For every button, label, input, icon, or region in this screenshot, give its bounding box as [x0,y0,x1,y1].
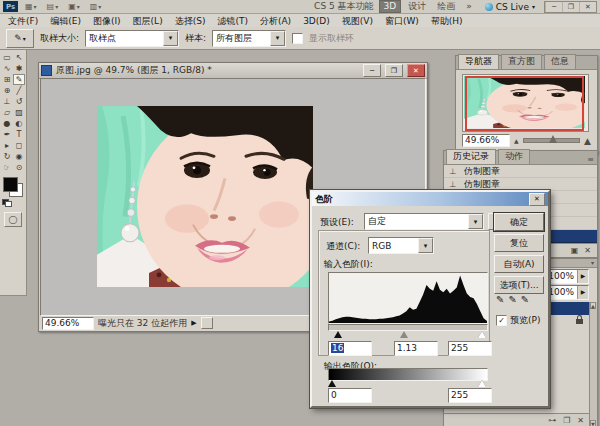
ok-button[interactable]: 确定 [494,213,544,231]
output-black-slider[interactable] [328,380,336,387]
input-black-field[interactable]: 16 [328,341,372,356]
healing-brush-tool[interactable]: ⊕ [1,85,13,96]
navigator-tab[interactable]: 直方图 [501,54,542,69]
actions-tab[interactable]: 动作 [498,149,530,164]
doc-close-button[interactable]: ✕ [407,64,425,77]
slider-thumb-icon[interactable] [549,135,557,143]
history-brush-tool[interactable]: ↺ [13,96,25,107]
sample-select[interactable]: 所有图层 ▾ [212,30,286,47]
crop-tool[interactable]: ⊞ [1,74,13,85]
opacity-field[interactable]: 100% ▶ [544,269,589,284]
scroll-down-icon[interactable]: ▼ [590,420,596,426]
status-options-button[interactable] [201,317,213,329]
spinner-arrow-icon[interactable]: ▶ [577,270,588,283]
doc-minimize-button[interactable]: ─ [363,64,381,77]
workspace-button[interactable]: 3D [379,0,402,13]
menu-item[interactable]: 视图(V) [336,15,379,27]
history-tab[interactable]: 历史记录 [446,149,496,164]
layers-footer-icon[interactable]: ⊶ [548,416,556,425]
cs-live-button[interactable]: CS Live ▾ [481,2,539,12]
preview-checkbox[interactable]: ✓ [496,315,507,326]
navigator-tab[interactable]: 导航器 [458,54,499,69]
shape-tool[interactable]: ◻ [13,140,25,151]
menu-item[interactable]: 分析(A) [254,15,297,27]
trash-icon[interactable]: ✕ [584,246,591,255]
output-black-field[interactable]: 0 [328,388,372,403]
navigator-view-proxy[interactable] [465,76,584,131]
window-control-button[interactable]: ─ [545,2,562,12]
3d-rotate-tool[interactable]: ↻ [1,151,13,162]
gradient-tool[interactable]: ▨ [13,107,25,118]
view-extras-icon[interactable]: ▤▾ [45,2,61,11]
screen-mode-icon[interactable]: ▥▾ [88,2,104,11]
preset-select[interactable]: 自定 ▾ [364,213,484,230]
workspace-button[interactable]: » [462,1,476,12]
launch-bridge-icon[interactable]: ▦▾ [23,2,39,11]
quick-selection-tool[interactable]: ✱ [13,63,25,74]
window-control-button[interactable]: ❐ [562,2,579,12]
white-point-eyedropper-icon[interactable]: ✎ [521,294,529,305]
zoom-in-icon[interactable]: ▲ [584,136,591,146]
input-gamma-field[interactable]: 1.13 [394,341,438,356]
default-colors-icon[interactable] [2,199,11,206]
black-point-eyedropper-icon[interactable]: ✎ [496,294,504,305]
move-tool[interactable]: ↖ [13,52,25,63]
menu-item[interactable]: 图像(I) [87,15,127,27]
rectangular-marquee-tool[interactable]: ▭ [1,52,13,63]
input-black-slider[interactable] [334,331,342,338]
layers-footer-icon[interactable]: ❐ [563,416,570,425]
history-item[interactable]: ⊥ 仿制图章 [444,165,597,178]
spinner-arrow-icon[interactable]: ▶ [577,286,588,299]
input-white-slider[interactable] [478,331,486,338]
output-gradient-bar[interactable] [328,368,488,381]
dialog-title-bar[interactable]: 色阶 ✕ [312,192,548,206]
tool-preset-button[interactable]: ✎ ▾ [6,29,34,48]
panel-menu-icon[interactable]: ▾ [591,259,597,267]
blur-tool[interactable]: ● [1,118,13,129]
doc-maximize-button[interactable]: ❐ [385,64,403,77]
arrange-documents-icon[interactable]: ▣▾ [66,2,82,11]
navigator-tab[interactable]: 信息 [544,54,576,69]
zoom-tool[interactable]: ⊙ [13,162,25,173]
gray-point-eyedropper-icon[interactable]: ✎ [508,294,516,305]
menu-item[interactable]: 图层(L) [127,15,169,27]
auto-button[interactable]: 自动(A) [494,255,544,273]
input-slider-track[interactable] [328,324,488,331]
input-white-field[interactable]: 255 [448,341,492,356]
reset-button[interactable]: 复位 [494,234,544,252]
sample-size-select[interactable]: 取样点 ▾ [85,30,179,47]
window-control-button[interactable]: ✕ [579,2,596,12]
path-selection-tool[interactable]: ▸ [1,140,13,151]
menu-item[interactable]: 选择(S) [169,15,212,27]
dodge-tool[interactable]: ◐ [13,118,25,129]
hand-tool[interactable]: ☞ [1,162,13,173]
navigator-thumbnail[interactable] [462,74,589,132]
menu-item[interactable]: 文件(F) [2,15,44,27]
panel-scrollbar[interactable]: ▲ ▼ [589,302,597,426]
status-zoom-field[interactable]: 49.66% [42,317,94,330]
menu-item[interactable]: 窗口(W) [379,15,425,27]
show-sampling-ring-checkbox[interactable] [292,33,303,44]
menu-item[interactable]: 3D(D) [297,15,336,27]
lasso-tool[interactable]: ∿ [1,63,13,74]
layers-footer-icon[interactable]: ✕ [577,416,584,425]
3d-orbit-tool[interactable]: ◉ [13,151,25,162]
panel-menu-icon[interactable]: ≡ [584,155,597,164]
fill-field[interactable]: 100% ▶ [544,285,589,300]
zoom-out-icon[interactable]: ▲ [514,137,519,144]
channel-select[interactable]: RGB ▾ [368,237,434,254]
type-tool[interactable]: T [13,129,25,140]
status-arrow-icon[interactable]: ▶ [191,319,196,327]
navigator-zoom-field[interactable]: 49.66% [462,134,510,147]
menu-item[interactable]: 编辑(E) [44,15,87,27]
workspace-button[interactable]: 设计 [404,1,430,12]
brush-tool[interactable]: ╱ [13,85,25,96]
screen-mode-button[interactable]: ◯ [4,212,22,227]
pen-tool[interactable]: ✒ [1,129,13,140]
eraser-tool[interactable]: ▱ [1,107,13,118]
menu-item[interactable]: 帮助(H) [425,15,469,27]
foreground-color-swatch[interactable] [3,177,18,192]
navigator-zoom-slider[interactable] [523,138,580,143]
scroll-up-icon[interactable]: ▲ [590,302,596,309]
clone-stamp-tool[interactable]: ⊥ [1,96,13,107]
